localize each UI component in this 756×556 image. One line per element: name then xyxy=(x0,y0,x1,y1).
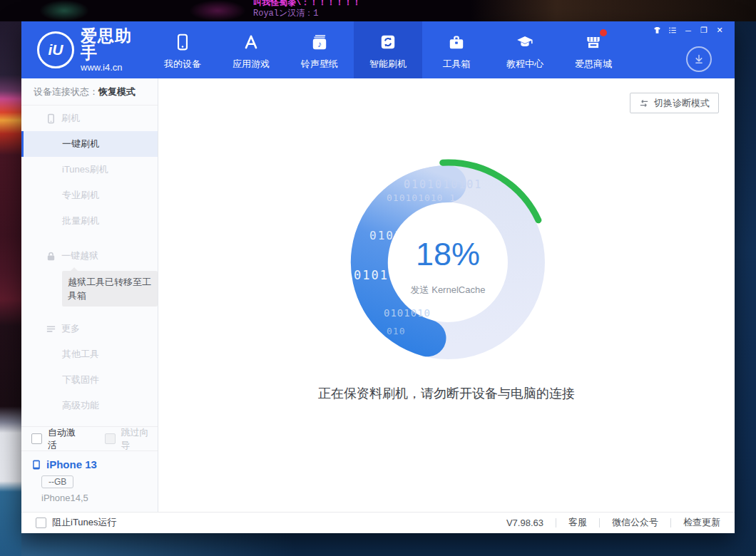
divider xyxy=(599,518,600,527)
sidebar-section-more: 更多 xyxy=(21,316,158,341)
footer-bar: 阻止iTunes运行 V7.98.63 客服 微信公众号 检查更新 xyxy=(21,512,735,532)
check-update-link[interactable]: 检查更新 xyxy=(683,516,720,529)
binary-overlay: 0101010101 xyxy=(404,178,482,191)
device-connection-status: 设备连接状态： 恢复模式 xyxy=(21,78,158,105)
app-window: iU 爱思助手 www.i4.cn 我的设备 应用游戏 ♪ xyxy=(21,21,735,533)
sync-icon xyxy=(379,32,397,52)
app-title: 爱思助手 xyxy=(81,27,148,61)
svg-text:♪: ♪ xyxy=(317,39,322,49)
sidebar-item-batch-flash[interactable]: 批量刷机 xyxy=(21,208,158,234)
skip-wizard-label: 跳过向导 xyxy=(121,426,158,452)
app-url: www.i4.cn xyxy=(81,63,148,73)
flash-status-message: 正在保资料刷机，请勿断开设备与电脑的连接 xyxy=(158,385,735,402)
download-manager-button[interactable] xyxy=(686,46,712,72)
divider xyxy=(670,518,671,527)
auto-activate-label: 自动激活 xyxy=(48,426,85,452)
menu-lines-icon xyxy=(45,324,56,334)
device-name: iPhone 13 xyxy=(46,458,97,470)
background-blob xyxy=(189,0,246,21)
top-nav-bar: iU 爱思助手 www.i4.cn 我的设备 应用游戏 ♪ xyxy=(21,21,735,78)
nav-item-label: 爱思商城 xyxy=(575,58,612,71)
nav-item-tutorial-center[interactable]: 教程中心 xyxy=(491,21,559,78)
nav-item-toolbox[interactable]: 工具箱 xyxy=(422,21,491,78)
device-model: iPhone14,5 xyxy=(41,493,158,503)
divider xyxy=(556,518,556,527)
sidebar-item-itunes-flash[interactable]: iTunes刷机 xyxy=(21,157,158,182)
swap-arrows-icon xyxy=(639,99,649,108)
chat-line: Royalン汉清：1 xyxy=(253,9,361,19)
nav-item-label: 我的设备 xyxy=(164,58,201,71)
sidebar-item-download-firmware[interactable]: 下载固件 xyxy=(21,367,158,393)
wechat-official-link[interactable]: 微信公众号 xyxy=(612,516,658,529)
nav-item-label: 应用游戏 xyxy=(233,58,270,71)
nav-item-aisi-mall[interactable]: 爱思商城 xyxy=(559,21,628,78)
theme-icon[interactable] xyxy=(649,24,665,36)
nav-item-ringtones-wallpapers[interactable]: ♪ 铃声壁纸 xyxy=(285,21,354,78)
minimize-button[interactable]: ─ xyxy=(680,24,696,36)
sidebar-item-other-tools[interactable]: 其他工具 xyxy=(21,341,158,367)
progress-step-label: 发送 KernelCache xyxy=(341,284,555,297)
sidebar-section-jailbreak: 一键越狱 xyxy=(21,243,158,269)
block-itunes-label: 阻止iTunes运行 xyxy=(52,516,117,529)
status-label: 设备连接状态： xyxy=(34,86,98,98)
app-logo: iU 爱思助手 www.i4.cn xyxy=(21,21,148,78)
logo-mark-icon: iU xyxy=(37,31,74,68)
binary-overlay: 010101010 1 xyxy=(387,192,456,203)
sidebar-item-one-click-flash[interactable]: 一键刷机 xyxy=(21,131,158,157)
sidebar-section-label: 刷机 xyxy=(61,112,80,125)
device-phone-icon xyxy=(31,459,41,470)
graduation-icon xyxy=(516,32,534,52)
sidebar-item-pro-flash[interactable]: 专业刷机 xyxy=(21,182,158,208)
status-value: 恢复模式 xyxy=(98,86,136,98)
sidebar: 设备连接状态： 恢复模式 刷机 一键刷机 iTunes刷机 专业刷机 批量刷机 … xyxy=(21,78,158,512)
diag-button-label: 切换诊断模式 xyxy=(654,97,710,110)
menu-icon[interactable] xyxy=(665,24,680,36)
skip-wizard-checkbox[interactable] xyxy=(105,433,116,444)
toolbox-icon xyxy=(447,32,466,52)
nav-items: 我的设备 应用游戏 ♪ 铃声壁纸 智能刷机 xyxy=(148,21,628,78)
flash-progress-ring: 0101010101 010101010 1 0101 0101 0101010… xyxy=(341,155,555,369)
auto-activate-checkbox[interactable] xyxy=(31,433,42,444)
nav-item-label: 工具箱 xyxy=(443,58,471,71)
nav-item-smart-flash[interactable]: 智能刷机 xyxy=(354,21,422,78)
sidebar-section-label: 更多 xyxy=(61,322,80,335)
game-chat-overlay: 叫我怪蜀黍\：！！！！！！ Royalン汉清：1 xyxy=(253,0,361,19)
chat-line: 叫我怪蜀黍\：！！！！！！ xyxy=(253,0,361,9)
main-content: 切换诊断模式 xyxy=(158,78,735,512)
jailbreak-moved-note: 越狱工具已转移至工具箱 xyxy=(62,271,158,307)
window-controls: ─ ❐ ✕ xyxy=(649,24,727,36)
customer-service-link[interactable]: 客服 xyxy=(568,516,587,529)
nav-item-apps-games[interactable]: 应用游戏 xyxy=(217,21,285,78)
nav-item-label: 教程中心 xyxy=(506,58,543,71)
maximize-button[interactable]: ❐ xyxy=(696,24,712,36)
sidebar-section-flash: 刷机 xyxy=(21,105,158,131)
nav-item-label: 铃声壁纸 xyxy=(301,58,338,71)
nav-item-my-devices[interactable]: 我的设备 xyxy=(148,21,217,78)
background-blob xyxy=(39,0,89,21)
background-game-strip: 叫我怪蜀黍\：！！！！！！ Royalン汉清：1 xyxy=(0,0,756,21)
close-button[interactable]: ✕ xyxy=(712,24,727,36)
download-icon xyxy=(693,53,705,66)
store-icon xyxy=(584,32,603,52)
version-label: V7.98.63 xyxy=(506,518,543,528)
binary-overlay: 0101010 xyxy=(384,307,431,319)
binary-overlay: 010 xyxy=(387,326,405,336)
lock-icon xyxy=(45,251,56,262)
notification-dot xyxy=(600,29,607,36)
background-blob xyxy=(471,0,756,21)
nav-item-label: 智能刷机 xyxy=(369,58,407,71)
music-icon: ♪ xyxy=(310,32,329,52)
progress-percent: 18% xyxy=(341,236,555,273)
block-itunes-checkbox[interactable] xyxy=(36,518,46,528)
device-capacity-badge: --GB xyxy=(41,475,73,488)
flash-phone-icon xyxy=(45,113,56,124)
device-info-panel: iPhone 13 --GB iPhone14,5 xyxy=(21,451,158,512)
sidebar-section-label: 一键越狱 xyxy=(61,249,98,262)
background-wallpaper-strip xyxy=(0,21,21,556)
phone-icon xyxy=(173,32,192,52)
appstore-icon xyxy=(242,32,260,52)
switch-diagnostic-mode-button[interactable]: 切换诊断模式 xyxy=(630,93,719,113)
sidebar-item-advanced-features[interactable]: 高级功能 xyxy=(21,393,158,418)
